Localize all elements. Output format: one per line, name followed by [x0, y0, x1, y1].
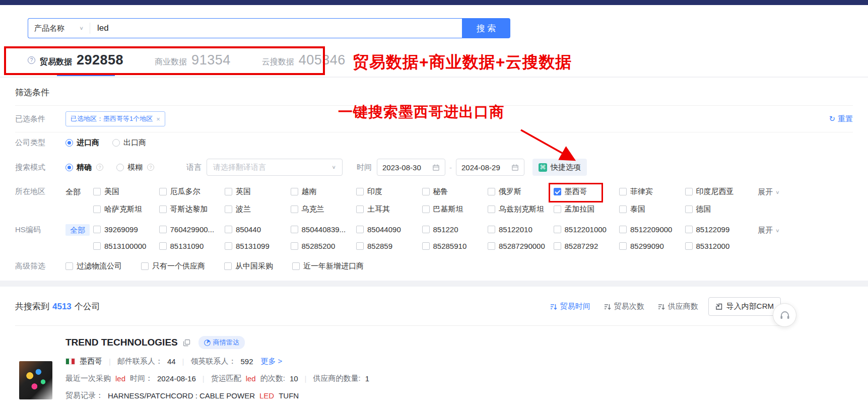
search-mode-radio[interactable]: 精确	[65, 163, 103, 172]
data-source-tab[interactable]: 商业数据 91354	[155, 52, 231, 68]
hs-checkbox-item[interactable]: 85131090	[159, 242, 225, 250]
company-thumbnail[interactable]	[19, 361, 52, 399]
advanced-checkbox-item[interactable]: 近一年新增进口商	[292, 261, 364, 271]
tab-count: 91354	[191, 52, 231, 68]
region-checkbox-item[interactable]: 墨西哥	[554, 187, 620, 196]
language-select[interactable]: 请选择翻译语言 ∨	[207, 159, 343, 176]
region-checkbox-item[interactable]: 厄瓜多尔	[159, 187, 225, 196]
supplier-label: 供应商的数量:	[313, 374, 360, 383]
company-type-radio[interactable]: 进口商	[65, 138, 99, 148]
region-checkbox-item[interactable]: 菲律宾	[619, 187, 685, 196]
region-expand-toggle[interactable]: 展开 ∨	[758, 187, 794, 197]
hs-checkbox-item[interactable]: 85044090	[356, 225, 422, 234]
checkbox-icon	[554, 188, 561, 195]
radio-icon	[65, 164, 73, 171]
date-to-input[interactable]: 2024-08-29	[456, 159, 524, 176]
advanced-checkbox-item[interactable]: 从中国采购	[224, 261, 273, 271]
hs-checkbox-item[interactable]: 851220	[422, 225, 488, 234]
language-placeholder: 请选择翻译语言	[213, 163, 266, 172]
region-checkbox-item[interactable]: 美国	[93, 187, 159, 196]
region-all-link[interactable]: 全部	[65, 187, 93, 197]
region-checkbox-item[interactable]: 孟加拉国	[554, 205, 620, 214]
import-crm-button[interactable]: 导入内部CRM	[708, 297, 781, 316]
hs-checkbox-item[interactable]: 39269099	[93, 225, 159, 234]
search-button[interactable]: 搜 索	[462, 18, 510, 38]
advanced-checkbox-item[interactable]: 只有一个供应商	[141, 261, 205, 271]
region-checkbox-item[interactable]: 乌克兰	[291, 205, 357, 214]
customer-service-button[interactable]	[773, 303, 796, 327]
advanced-checkbox-item[interactable]: 过滤物流公司	[65, 261, 122, 271]
hs-all-link[interactable]: 全部	[65, 225, 93, 235]
region-checkbox-item[interactable]: 印度	[356, 187, 422, 196]
info-icon[interactable]	[96, 164, 103, 171]
region-checkbox-item[interactable]: 英国	[225, 187, 291, 196]
hs-checkbox-grid: 39269099 760429900... 850440 850440839..…	[93, 225, 751, 250]
search-input[interactable]	[90, 23, 462, 33]
search-category-select[interactable]: 产品名称 ∨	[28, 24, 90, 33]
region-checkbox-item[interactable]: 波兰	[225, 205, 291, 214]
mexico-flag-icon	[65, 358, 75, 365]
data-source-tab[interactable]: 云搜数据 405346	[262, 52, 346, 68]
hs-checkbox-item[interactable]: 8512201000	[554, 225, 620, 234]
hs-checkbox-item[interactable]: 8512209000	[619, 225, 685, 234]
hs-checkbox-item[interactable]: 760429900...	[159, 225, 225, 234]
hs-checkbox-item[interactable]: 85131099	[225, 242, 291, 250]
region-checkbox-item[interactable]: 印度尼西亚	[685, 187, 751, 196]
checkbox-label: 850440	[236, 225, 261, 234]
selected-region-tag[interactable]: 已选地区：墨西哥等1个地区 ×	[65, 111, 165, 126]
hs-checkbox-item[interactable]: 85285200	[291, 242, 357, 250]
region-checkbox-item[interactable]: 哈萨克斯坦	[93, 205, 159, 214]
hs-checkbox-item[interactable]: 850440	[225, 225, 291, 234]
more-link[interactable]: 更多 >	[261, 357, 283, 366]
checkbox-label: 菲律宾	[630, 187, 653, 196]
copy-icon[interactable]	[183, 339, 190, 347]
calendar-icon	[511, 164, 519, 171]
hs-checkbox-item[interactable]: 85312000	[685, 242, 751, 250]
checkbox-label: 过滤物流公司	[77, 261, 122, 271]
date-from-input[interactable]: 2023-08-30	[377, 159, 445, 176]
checkbox-label: 851220	[433, 225, 458, 234]
hs-checkbox-item[interactable]: 85299090	[619, 242, 685, 250]
region-checkbox-item[interactable]: 越南	[291, 187, 357, 196]
radar-badge[interactable]: 商情雷达	[198, 336, 245, 349]
hs-checkbox-item[interactable]: 8513100000	[93, 242, 159, 250]
checkbox-icon	[291, 206, 298, 213]
hs-checkbox-item[interactable]: 850440839...	[291, 225, 357, 234]
region-checkbox-item[interactable]: 秘鲁	[422, 187, 488, 196]
hs-expand-toggle[interactable]: 展开 ∨	[758, 225, 794, 235]
sort-button[interactable]: 贸易次数	[604, 302, 644, 311]
sort-label: 贸易次数	[614, 302, 644, 311]
sort-button[interactable]: 贸易时间	[550, 302, 590, 311]
region-checkbox-item[interactable]: 俄罗斯	[488, 187, 554, 196]
region-checkbox-item[interactable]: 巴基斯坦	[422, 205, 488, 214]
remove-tag-icon[interactable]: ×	[156, 115, 160, 123]
hs-checkbox-item[interactable]: 85122099	[685, 225, 751, 234]
sort-button[interactable]: 供应商数	[658, 302, 698, 311]
freight-label-post: 的次数:	[260, 374, 285, 383]
company-country: 墨西哥	[80, 357, 102, 366]
top-navigation-bar	[0, 0, 868, 5]
checkbox-icon	[291, 226, 298, 233]
hs-checkbox-item[interactable]: 85285910	[422, 242, 488, 250]
hs-checkbox-item[interactable]: 85122010	[488, 225, 554, 234]
info-icon[interactable]	[147, 164, 154, 171]
linkedin-contacts-count: 592	[241, 357, 253, 366]
reset-filters-button[interactable]: ↻ 重置	[829, 114, 853, 124]
search-category-label: 产品名称	[34, 24, 64, 33]
checkbox-label: 波兰	[236, 205, 251, 214]
hs-checkbox-item[interactable]: 85287290000	[488, 242, 554, 250]
company-type-radio[interactable]: 出口商	[112, 138, 146, 148]
quick-options-button[interactable]: ⌘ 快捷选项	[532, 159, 587, 176]
search-mode-radio[interactable]: 模糊	[116, 163, 154, 172]
data-source-tab[interactable]: 贸易数据 292858	[28, 52, 123, 68]
hs-checkbox-item[interactable]: 85287292	[554, 242, 620, 250]
region-checkbox-item[interactable]: 泰国	[619, 205, 685, 214]
region-checkbox-item[interactable]: 哥斯达黎加	[159, 205, 225, 214]
tab-count: 405346	[299, 52, 346, 68]
region-checkbox-item[interactable]: 乌兹别克斯坦	[488, 205, 554, 214]
divider: |	[305, 374, 307, 383]
region-checkbox-item[interactable]: 德国	[685, 205, 751, 214]
region-checkbox-item[interactable]: 土耳其	[356, 205, 422, 214]
hs-checkbox-item[interactable]: 852859	[356, 242, 422, 250]
company-name[interactable]: TREND TECHNOLOGIES	[65, 337, 178, 348]
